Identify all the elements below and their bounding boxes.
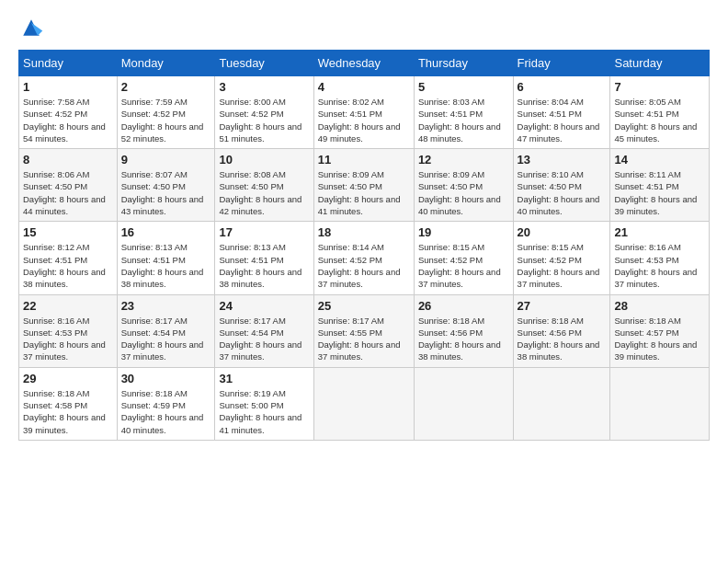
week-row-1: 1 Sunrise: 7:58 AMSunset: 4:52 PMDayligh…: [19, 76, 710, 149]
day-number: 24: [219, 299, 309, 313]
day-detail: Sunrise: 8:15 AMSunset: 4:52 PMDaylight:…: [518, 241, 607, 290]
day-cell: 26 Sunrise: 8:18 AMSunset: 4:56 PMDaylig…: [414, 294, 513, 367]
day-cell: 23 Sunrise: 8:17 AMSunset: 4:54 PMDaylig…: [117, 294, 215, 367]
day-number: 14: [614, 153, 705, 167]
day-cell: 7 Sunrise: 8:05 AMSunset: 4:51 PMDayligh…: [610, 76, 710, 149]
day-cell: 3 Sunrise: 8:00 AMSunset: 4:52 PMDayligh…: [215, 76, 313, 149]
day-number: 6: [518, 80, 607, 94]
day-number: 10: [219, 153, 309, 167]
day-cell: 2 Sunrise: 7:59 AMSunset: 4:52 PMDayligh…: [117, 76, 215, 149]
day-cell: 4 Sunrise: 8:02 AMSunset: 4:51 PMDayligh…: [313, 76, 414, 149]
day-number: 31: [219, 372, 309, 385]
day-number: 21: [614, 225, 705, 239]
header-cell-thursday: Thursday: [414, 51, 513, 76]
day-detail: Sunrise: 7:59 AMSunset: 4:52 PMDaylight:…: [121, 96, 211, 144]
day-detail: Sunrise: 8:02 AMSunset: 4:51 PMDaylight:…: [318, 96, 410, 144]
day-cell: 29 Sunrise: 8:18 AMSunset: 4:58 PMDaylig…: [19, 367, 118, 440]
day-number: 4: [318, 80, 410, 94]
day-cell: 25 Sunrise: 8:17 AMSunset: 4:55 PMDaylig…: [313, 294, 414, 367]
day-cell: 13 Sunrise: 8:10 AMSunset: 4:50 PMDaylig…: [513, 149, 610, 222]
day-detail: Sunrise: 8:09 AMSunset: 4:50 PMDaylight:…: [318, 168, 410, 217]
day-cell: 12 Sunrise: 8:09 AMSunset: 4:50 PMDaylig…: [414, 149, 513, 222]
week-row-2: 8 Sunrise: 8:06 AMSunset: 4:50 PMDayligh…: [19, 149, 710, 222]
day-cell: 18 Sunrise: 8:14 AMSunset: 4:52 PMDaylig…: [313, 222, 414, 294]
day-detail: Sunrise: 8:03 AMSunset: 4:51 PMDaylight:…: [418, 96, 509, 144]
day-cell: 16 Sunrise: 8:13 AMSunset: 4:51 PMDaylig…: [117, 222, 215, 294]
day-cell: 8 Sunrise: 8:06 AMSunset: 4:50 PMDayligh…: [19, 149, 118, 222]
day-cell: 17 Sunrise: 8:13 AMSunset: 4:51 PMDaylig…: [215, 222, 313, 294]
day-number: 3: [219, 80, 309, 94]
day-detail: Sunrise: 8:05 AMSunset: 4:51 PMDaylight:…: [614, 96, 705, 144]
day-detail: Sunrise: 8:15 AMSunset: 4:52 PMDaylight:…: [418, 241, 509, 290]
day-number: 9: [121, 153, 211, 167]
day-cell: 6 Sunrise: 8:04 AMSunset: 4:51 PMDayligh…: [513, 76, 610, 149]
day-detail: Sunrise: 8:11 AMSunset: 4:51 PMDaylight:…: [614, 168, 705, 217]
day-cell: 10 Sunrise: 8:08 AMSunset: 4:50 PMDaylig…: [215, 149, 313, 222]
day-number: 8: [23, 153, 113, 167]
day-number: 20: [518, 225, 607, 239]
day-detail: Sunrise: 8:13 AMSunset: 4:51 PMDaylight:…: [121, 241, 211, 290]
day-cell: 15 Sunrise: 8:12 AMSunset: 4:51 PMDaylig…: [19, 222, 118, 294]
header-cell-friday: Friday: [513, 51, 610, 76]
day-detail: Sunrise: 8:17 AMSunset: 4:54 PMDaylight:…: [219, 315, 309, 363]
logo: [18, 15, 48, 40]
day-number: 29: [23, 372, 113, 385]
day-cell: 19 Sunrise: 8:15 AMSunset: 4:52 PMDaylig…: [414, 222, 513, 294]
day-detail: Sunrise: 8:00 AMSunset: 4:52 PMDaylight:…: [219, 96, 309, 144]
day-detail: Sunrise: 8:18 AMSunset: 4:56 PMDaylight:…: [418, 315, 509, 363]
day-number: 12: [418, 153, 509, 167]
day-number: 15: [23, 225, 113, 239]
day-cell: 27 Sunrise: 8:18 AMSunset: 4:56 PMDaylig…: [513, 294, 610, 367]
day-detail: Sunrise: 8:17 AMSunset: 4:55 PMDaylight:…: [318, 315, 410, 363]
day-detail: Sunrise: 8:09 AMSunset: 4:50 PMDaylight:…: [418, 168, 509, 217]
week-row-3: 15 Sunrise: 8:12 AMSunset: 4:51 PMDaylig…: [19, 222, 710, 294]
day-number: 5: [418, 80, 509, 94]
header-cell-wednesday: Wednesday: [313, 51, 414, 76]
day-detail: Sunrise: 8:18 AMSunset: 4:57 PMDaylight:…: [614, 315, 705, 363]
week-row-4: 22 Sunrise: 8:16 AMSunset: 4:53 PMDaylig…: [19, 294, 710, 367]
day-cell: 1 Sunrise: 7:58 AMSunset: 4:52 PMDayligh…: [19, 76, 118, 149]
day-number: 19: [418, 225, 509, 239]
day-detail: Sunrise: 8:17 AMSunset: 4:54 PMDaylight:…: [121, 315, 211, 363]
header-row: SundayMondayTuesdayWednesdayThursdayFrid…: [19, 51, 710, 76]
day-detail: Sunrise: 8:13 AMSunset: 4:51 PMDaylight:…: [219, 241, 309, 290]
day-number: 13: [518, 153, 607, 167]
day-number: 18: [318, 225, 410, 239]
day-number: 2: [121, 80, 211, 94]
day-number: 11: [318, 153, 410, 167]
page: SundayMondayTuesdayWednesdayThursdayFrid…: [0, 0, 728, 450]
calendar-table: SundayMondayTuesdayWednesdayThursdayFrid…: [18, 50, 710, 441]
week-row-5: 29 Sunrise: 8:18 AMSunset: 4:58 PMDaylig…: [19, 367, 710, 440]
day-number: 22: [23, 299, 113, 313]
day-detail: Sunrise: 8:18 AMSunset: 4:59 PMDaylight:…: [121, 387, 211, 436]
day-number: 7: [614, 80, 705, 94]
day-number: 1: [23, 80, 113, 94]
day-number: 23: [121, 299, 211, 313]
day-number: 28: [614, 299, 705, 313]
header-cell-monday: Monday: [117, 51, 215, 76]
day-cell: 5 Sunrise: 8:03 AMSunset: 4:51 PMDayligh…: [414, 76, 513, 149]
day-number: 25: [318, 299, 410, 313]
day-detail: Sunrise: 8:07 AMSunset: 4:50 PMDaylight:…: [121, 168, 211, 217]
day-detail: Sunrise: 8:19 AMSunset: 5:00 PMDaylight:…: [219, 387, 309, 436]
day-number: 26: [418, 299, 509, 313]
day-detail: Sunrise: 8:14 AMSunset: 4:52 PMDaylight:…: [318, 241, 410, 290]
day-detail: Sunrise: 8:18 AMSunset: 4:56 PMDaylight:…: [518, 315, 607, 363]
day-cell: 22 Sunrise: 8:16 AMSunset: 4:53 PMDaylig…: [19, 294, 118, 367]
day-number: 16: [121, 225, 211, 239]
day-cell: [610, 367, 710, 440]
day-detail: Sunrise: 8:04 AMSunset: 4:51 PMDaylight:…: [518, 96, 607, 144]
day-cell: 9 Sunrise: 8:07 AMSunset: 4:50 PMDayligh…: [117, 149, 215, 222]
header: [18, 15, 710, 40]
day-number: 30: [121, 372, 211, 385]
day-detail: Sunrise: 8:12 AMSunset: 4:51 PMDaylight:…: [23, 241, 113, 290]
day-cell: 31 Sunrise: 8:19 AMSunset: 5:00 PMDaylig…: [215, 367, 313, 440]
day-cell: [414, 367, 513, 440]
day-number: 27: [518, 299, 607, 313]
day-cell: 30 Sunrise: 8:18 AMSunset: 4:59 PMDaylig…: [117, 367, 215, 440]
day-detail: Sunrise: 7:58 AMSunset: 4:52 PMDaylight:…: [23, 96, 113, 144]
header-cell-sunday: Sunday: [19, 51, 118, 76]
day-detail: Sunrise: 8:06 AMSunset: 4:50 PMDaylight:…: [23, 168, 113, 217]
day-cell: 21 Sunrise: 8:16 AMSunset: 4:53 PMDaylig…: [610, 222, 710, 294]
day-detail: Sunrise: 8:10 AMSunset: 4:50 PMDaylight:…: [518, 168, 607, 217]
